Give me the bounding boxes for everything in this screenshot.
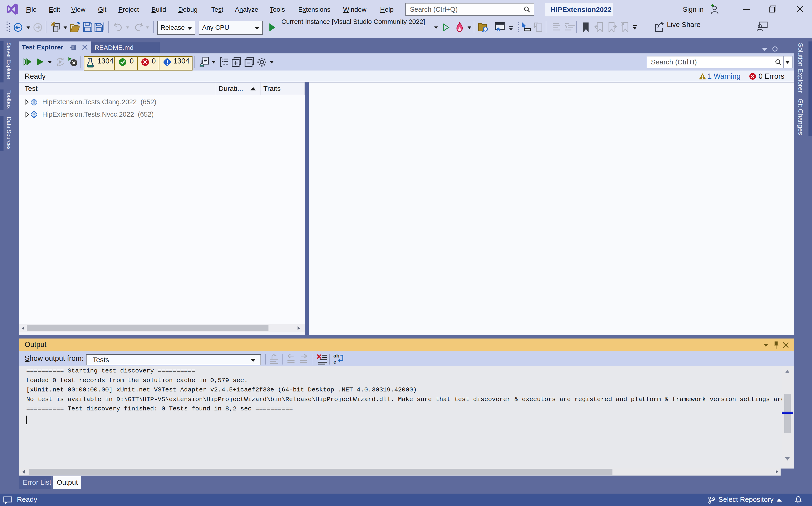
svg-text:ab: ab xyxy=(333,353,340,359)
svg-text:c: c xyxy=(333,359,336,365)
